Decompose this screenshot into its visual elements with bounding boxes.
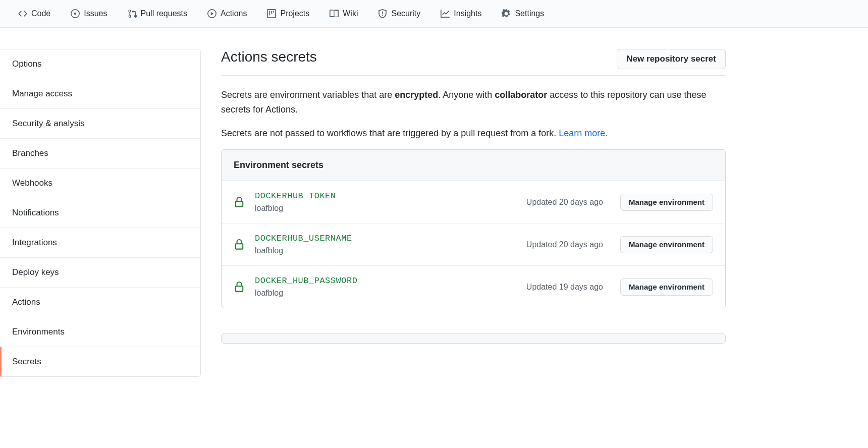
page-header: Actions secrets New repository secret [221,49,726,76]
code-icon [18,9,27,18]
lock-icon [234,239,245,250]
secret-environment: loafblog [255,204,492,213]
manage-environment-button[interactable]: Manage environment [620,278,713,296]
sidebar-item-deploy-keys[interactable]: Deploy keys [0,258,200,288]
secret-name[interactable]: DOCKER_HUB_PASSWORD [255,276,492,286]
intro-text: Secrets are environment variables that a… [221,88,726,140]
next-box-placeholder [221,333,726,344]
project-icon [267,9,276,18]
nav-label: Insights [454,9,481,18]
repo-nav-security[interactable]: Security [370,5,428,22]
sidebar-item-actions[interactable]: Actions [0,288,200,317]
sidebar-item-manage-access[interactable]: Manage access [0,79,200,109]
secret-name[interactable]: DOCKERHUB_USERNAME [255,234,492,243]
repo-nav-actions[interactable]: Actions [199,5,255,22]
svg-point-0 [74,13,77,15]
main-content: Actions secrets New repository secret Se… [201,49,746,377]
sidebar-item-notifications[interactable]: Notifications [0,198,200,228]
repo-nav-settings[interactable]: Settings [494,5,552,22]
nav-label: Projects [280,9,309,18]
secret-row: DOCKER_HUB_PASSWORD loafblog Updated 19 … [222,266,725,308]
repo-nav-issues[interactable]: Issues [63,5,115,22]
play-icon [207,9,216,18]
sidebar-item-environments[interactable]: Environments [0,317,200,347]
secret-row: DOCKERHUB_USERNAME loafblog Updated 20 d… [222,223,725,266]
issue-icon [71,9,80,18]
book-icon [330,9,339,18]
repo-nav-code[interactable]: Code [10,5,59,22]
environment-secrets-box: Environment secrets DOCKERHUB_TOKEN loaf… [221,149,726,308]
lock-icon [234,197,245,208]
graph-icon [441,9,450,18]
intro-paragraph-1: Secrets are environment variables that a… [221,88,726,117]
secret-row: DOCKERHUB_TOKEN loafblog Updated 20 days… [222,181,725,223]
secret-updated: Updated 19 days ago [502,283,603,292]
new-repository-secret-button[interactable]: New repository secret [617,49,726,69]
nav-label: Wiki [343,9,358,18]
settings-sidebar: Options Manage access Security & analysi… [0,49,201,377]
nav-label: Actions [221,9,247,18]
nav-label: Code [31,9,50,18]
sidebar-item-webhooks[interactable]: Webhooks [0,169,200,198]
sidebar-item-security[interactable]: Security & analysis [0,109,200,139]
sidebar-item-secrets[interactable]: Secrets [0,347,200,376]
secret-main: DOCKERHUB_TOKEN loafblog [255,191,492,213]
environment-secrets-header: Environment secrets [222,150,725,181]
sidebar-item-options[interactable]: Options [0,49,200,79]
repo-nav-projects[interactable]: Projects [259,5,317,22]
secret-updated: Updated 20 days ago [502,240,603,249]
nav-label: Issues [84,9,107,18]
nav-label: Settings [515,9,544,18]
secret-environment: loafblog [255,289,492,298]
repo-nav-insights[interactable]: Insights [432,5,490,22]
manage-environment-button[interactable]: Manage environment [620,236,713,253]
repo-nav-wiki[interactable]: Wiki [321,5,366,22]
nav-label: Security [391,9,420,18]
secret-name[interactable]: DOCKERHUB_TOKEN [255,191,492,201]
learn-more-link[interactable]: Learn more. [559,128,608,138]
repo-nav-pulls[interactable]: Pull requests [120,5,196,22]
lock-icon [234,282,245,293]
sidebar-item-integrations[interactable]: Integrations [0,228,200,258]
secret-environment: loafblog [255,246,492,255]
secret-updated: Updated 20 days ago [502,198,603,207]
nav-label: Pull requests [141,9,188,18]
pull-request-icon [128,9,137,18]
gear-icon [502,9,511,18]
manage-environment-button[interactable]: Manage environment [620,194,713,211]
sidebar-item-branches[interactable]: Branches [0,139,200,169]
secret-main: DOCKER_HUB_PASSWORD loafblog [255,276,492,298]
shield-icon [378,9,387,18]
secret-main: DOCKERHUB_USERNAME loafblog [255,234,492,255]
page-title: Actions secrets [221,49,317,65]
repo-nav: Code Issues Pull requests Actions Projec… [0,0,868,28]
intro-paragraph-2: Secrets are not passed to workflows that… [221,126,726,141]
